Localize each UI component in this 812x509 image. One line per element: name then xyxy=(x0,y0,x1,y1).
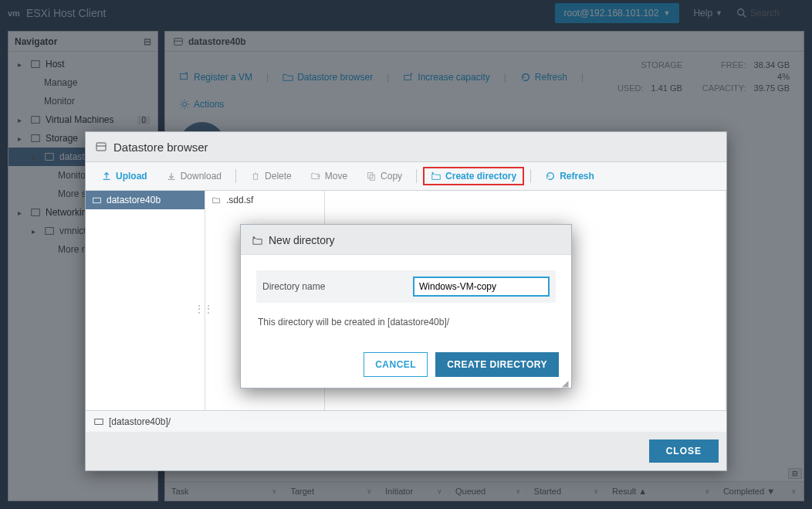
browser-path-bar: [datastore40b]/ xyxy=(86,410,726,432)
browser-refresh-button[interactable]: Refresh xyxy=(537,167,602,185)
delete-icon xyxy=(250,171,261,182)
new-directory-dialog: New directory Directory name This direct… xyxy=(240,224,572,389)
datastore-icon xyxy=(92,195,102,205)
move-icon xyxy=(310,171,321,182)
copy-icon xyxy=(366,171,377,182)
datastore-icon xyxy=(93,416,104,427)
folder-icon xyxy=(211,195,222,205)
create-directory-confirm-button[interactable]: CREATE DIRECTORY xyxy=(435,352,559,377)
datastore-icon xyxy=(95,141,107,153)
browser-footer: CLOSE xyxy=(86,432,726,470)
directory-name-field: Directory name xyxy=(256,270,556,303)
directory-name-input[interactable] xyxy=(413,277,550,297)
move-button[interactable]: Move xyxy=(303,167,355,185)
delete-button[interactable]: Delete xyxy=(242,167,299,185)
new-folder-icon xyxy=(431,171,442,182)
resize-grip-icon[interactable]: ◢ xyxy=(562,378,570,386)
browser-path-text: [datastore40b]/ xyxy=(109,416,171,427)
close-button[interactable]: CLOSE xyxy=(649,439,719,463)
browser-toolbar: Upload Download Delete Move Copy Create … xyxy=(86,161,726,191)
new-folder-icon xyxy=(252,235,263,246)
folder-row[interactable]: .sdd.sf xyxy=(205,191,324,209)
upload-icon xyxy=(101,171,112,182)
svg-rect-17 xyxy=(93,198,101,203)
upload-button[interactable]: Upload xyxy=(93,167,155,185)
download-button[interactable]: Download xyxy=(158,167,229,185)
download-icon xyxy=(166,171,177,182)
svg-rect-13 xyxy=(96,143,106,151)
svg-rect-18 xyxy=(95,419,103,424)
new-directory-title: New directory xyxy=(241,225,571,255)
cancel-button[interactable]: CANCEL xyxy=(364,352,428,377)
browser-column-datastores: datastore40b ⋮⋮ xyxy=(86,191,205,410)
dialog-title: Datastore browser xyxy=(86,132,726,161)
copy-button[interactable]: Copy xyxy=(358,167,410,185)
directory-name-label: Directory name xyxy=(262,281,413,292)
create-directory-button[interactable]: Create directory xyxy=(423,167,524,185)
datastore-row[interactable]: datastore40b xyxy=(86,191,205,209)
new-directory-

-footer: CANCEL CREATE DIRECTORY xyxy=(241,352,571,388)
directory-path-info: This directory will be created in [datas… xyxy=(256,314,556,338)
refresh-icon xyxy=(545,171,556,182)
